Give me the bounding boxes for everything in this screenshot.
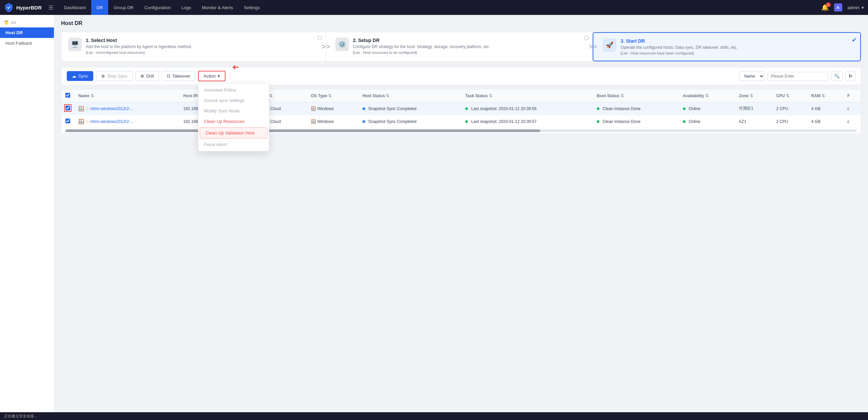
search-input[interactable] (767, 72, 828, 81)
row-1-host-status-dot (362, 107, 365, 110)
row-2-checkbox[interactable] (65, 119, 70, 123)
action-menu-item-associate-policy[interactable]: Associate Policy (198, 85, 269, 95)
row-1-checkbox-cell: ➜ (61, 102, 74, 115)
os-type-sort-icon[interactable]: ⇅ (328, 93, 332, 98)
row-2-os-icon: 🪟 Windows (311, 119, 334, 124)
table-header-ram: RAM⇅ (807, 89, 843, 102)
row-1-zone: 可用区1 (735, 102, 772, 115)
nav-configuration[interactable]: Configuration (139, 0, 176, 15)
row-1-task-status: Last snapshot: 2024-01-12 20:39:56 (461, 102, 593, 115)
action-button[interactable]: Action ▾ (198, 71, 225, 81)
sync-icon: ☁ (72, 74, 76, 79)
row-1-task-status-dot (465, 107, 468, 110)
table-header-boot-status-label: Boot Status (597, 93, 619, 98)
row-2-hostname-main[interactable]: mhm-windows2012r2-... (90, 119, 134, 124)
win-os-icon-1: 🪟 (311, 106, 316, 111)
table-header-availability-label: Availability (683, 93, 704, 98)
table-container: Name⇅ Host IP/ESXi IP⇅ d Type⇅ OS Type⇅ … (61, 89, 861, 134)
drill-button[interactable]: ⊕ Drill (135, 71, 159, 81)
scrollbar-thumb (65, 129, 540, 132)
step-1-header: 🖥️ 1. Select Host Add the host to the pl… (68, 38, 319, 55)
row-2-f: c (843, 115, 861, 128)
nav-group-dr[interactable]: Group DR (108, 0, 139, 15)
takeover-label: Takeover (173, 74, 191, 79)
action-menu-item-clean-resources[interactable]: Clean Up Resources (198, 116, 269, 127)
step-2-title: 2. Setup DR (353, 38, 490, 43)
sidebar-section-dr: 🗂️ DR (0, 19, 54, 26)
sidebar-item-host-dr[interactable]: Host DR (0, 27, 54, 38)
nav-logs[interactable]: Logs (176, 0, 196, 15)
sync-label: Sync (78, 74, 88, 79)
row-2-os-type: 🪟 Windows (307, 115, 358, 128)
row-2-name-text: mhm-windows2012r2-... (90, 119, 134, 124)
drill-icon: ⊕ (140, 74, 144, 79)
step-3-link[interactable]: [List - Host resources have been configu… (620, 51, 737, 55)
step-1-title: 1. Select Host (86, 38, 192, 43)
row-1-checkbox[interactable] (65, 106, 70, 110)
stop-sync-icon: ⏹ (101, 74, 105, 79)
action-menu-item-force-abort[interactable]: Force Abort (198, 139, 269, 150)
name-sort-icon[interactable]: ⇅ (91, 93, 94, 98)
sidebar-item-host-failback[interactable]: Host Failback (0, 38, 54, 48)
ram-sort-icon[interactable]: ⇅ (822, 93, 825, 98)
action-menu-item-source-sync[interactable]: Source sync settings (198, 95, 269, 106)
table-header-boot-status: Boot Status⇅ (593, 89, 679, 102)
row-2-availability-label: Online (689, 119, 701, 124)
bell-icon[interactable]: 🔔 1 (821, 4, 829, 11)
availability-sort-icon[interactable]: ⇅ (705, 93, 709, 98)
row-1-hostname-main[interactable]: mhm-windows2012r2-... (90, 106, 134, 111)
zone-sort-icon[interactable]: ⇅ (750, 93, 753, 98)
cpu-sort-icon[interactable]: ⇅ (786, 93, 789, 98)
row-1-name-text: mhm-windows2012r2-... (90, 106, 134, 111)
horizontal-scrollbar[interactable] (65, 129, 857, 132)
step-card-3[interactable]: ✔ 🚀 3. Start DR Operate the configured h… (593, 32, 861, 61)
host-status-sort-icon[interactable]: ⇅ (386, 93, 389, 98)
step-2-link[interactable]: [List - Host resources to be configured] (353, 50, 490, 55)
cloud-type-sort-icon[interactable]: ⇅ (269, 93, 273, 98)
task-status-sort-icon[interactable]: ⇅ (489, 93, 492, 98)
step-card-2[interactable]: ⚙️ 2. Setup DR Configure DR strategy for… (326, 32, 593, 61)
row-1-availability-label: Online (689, 106, 701, 111)
nav-dr[interactable]: DR (91, 0, 108, 15)
step-2-icon: ⚙️ (335, 38, 349, 51)
user-avatar[interactable]: A (834, 3, 842, 12)
nav-dashboard[interactable]: Dashboard (59, 0, 91, 15)
sync-button[interactable]: ☁ Sync (67, 71, 93, 81)
search-button[interactable]: 🔍 (831, 71, 843, 81)
step-card-1[interactable]: 🖥️ 1. Select Host Add the host to the pl… (61, 32, 326, 61)
row-1-host-status-label: Snapshot Sync Completed (368, 106, 416, 111)
table-header-os-type-label: OS Type (311, 93, 327, 98)
row-1-boot-status-dot (597, 107, 599, 110)
main-content: Host DR 🖥️ 1. Select Host Add the host t… (54, 15, 868, 420)
row-2-host-status-label: Snapshot Sync Completed (368, 119, 416, 124)
refresh-button[interactable]: ↻ (846, 71, 855, 81)
user-menu[interactable]: admin ▾ (848, 5, 864, 10)
hosts-table: Name⇅ Host IP/ESXi IP⇅ d Type⇅ OS Type⇅ … (61, 89, 861, 128)
table-header-zone-label: Zone (739, 93, 749, 98)
select-all-checkbox[interactable] (65, 93, 70, 98)
sidebar-section-label: DR (11, 21, 16, 25)
hamburger-menu[interactable]: ☰ (48, 4, 53, 11)
nav-monitor-alerts[interactable]: Monitor & Alerts (196, 0, 238, 15)
table-header-f: F (843, 89, 861, 102)
step-1-link[interactable]: [List - Unconfigured host resources] (86, 50, 192, 55)
step-1-desc: Add the host to the platform by Agent or… (86, 44, 192, 49)
logo[interactable]: HyperBDR (4, 3, 42, 12)
windows-icon-2: 🪟 (78, 119, 84, 124)
boot-status-sort-icon[interactable]: ⇅ (620, 93, 624, 98)
row-2-checkbox-cell (61, 115, 74, 128)
row-2-name: 🪟 □ mhm-windows2012r2-... (74, 115, 179, 128)
vm-icon-1: □ (86, 107, 88, 110)
search-select[interactable]: Name (739, 71, 765, 81)
nav-settings[interactable]: Settings (238, 0, 265, 15)
refresh-icon: ↻ (849, 74, 852, 79)
step-3-title: 3. Start DR (620, 38, 737, 44)
row-2-availability: Online (679, 115, 735, 128)
action-menu-item-modify-sync[interactable]: Modify Sync Node (198, 106, 269, 116)
action-menu-item-clean-validation[interactable]: Clean Up Validation Host (200, 127, 268, 139)
table-header-task-status-label: Task Status (465, 93, 488, 98)
stop-sync-button[interactable]: ⏹ Stop Sync (96, 71, 133, 81)
takeover-button[interactable]: ⊡ Takeover (162, 71, 196, 81)
table-header-cpu-label: CPU (776, 93, 785, 98)
logo-icon (4, 3, 14, 12)
